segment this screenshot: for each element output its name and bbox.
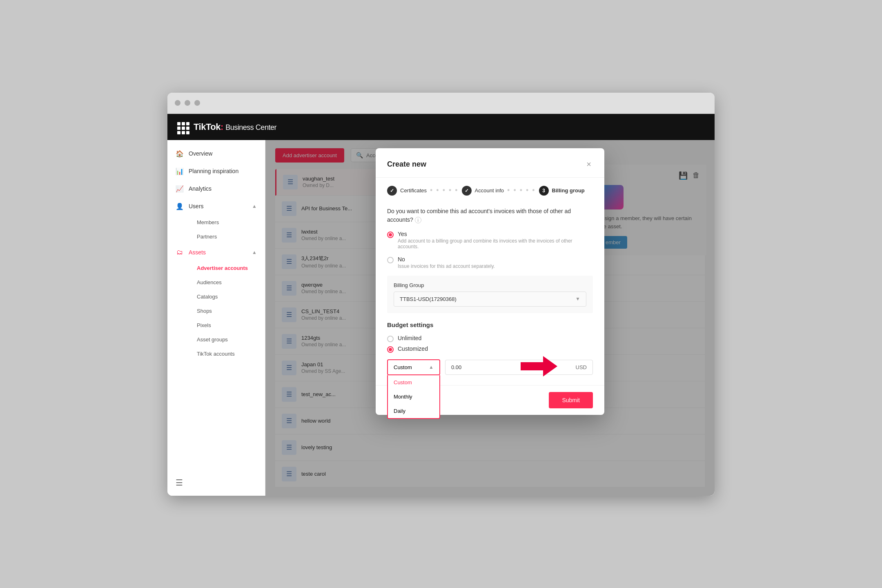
radio-option-unlimited[interactable]: Unlimited xyxy=(387,335,593,342)
chevron-up-icon: ▲ xyxy=(252,203,257,209)
sidebar-item-users[interactable]: 👤 Users ▲ xyxy=(167,198,265,215)
radio-no-content: No Issue invoices for this ad account se… xyxy=(398,256,495,269)
sidebar-item-audiences[interactable]: Audiences xyxy=(189,275,265,290)
browser-window: TikTok: Business Center 🏠 Overview 📊 Pla… xyxy=(167,93,715,496)
main-layout: 🏠 Overview 📊 Planning inspiration 📈 Anal… xyxy=(167,140,715,496)
users-submenu: Members Partners xyxy=(167,215,265,244)
sidebar-item-label: Users xyxy=(189,203,204,209)
sidebar-item-assets[interactable]: 🗂 Assets ▲ xyxy=(167,244,265,261)
radio-no-label: No xyxy=(398,256,495,263)
sidebar-item-members[interactable]: Members xyxy=(189,215,265,229)
sidebar-item-analytics[interactable]: 📈 Analytics xyxy=(167,180,265,198)
steps-indicator: Certificates • • • • • Account info • • … xyxy=(376,178,604,204)
radio-yes-label: Yes xyxy=(398,231,593,237)
info-icon[interactable]: i xyxy=(415,217,421,223)
submit-button[interactable]: Submit xyxy=(549,392,593,408)
step-circle-billing-group: 3 xyxy=(539,186,549,196)
radio-option-customized[interactable]: Customized xyxy=(387,345,593,353)
radio-yes-content: Yes Add account to a billing group and c… xyxy=(398,231,593,249)
sidebar-item-pixels[interactable]: Pixels xyxy=(189,318,265,332)
modal-close-button[interactable]: × xyxy=(585,158,593,171)
dropdown-item-custom[interactable]: Custom xyxy=(388,375,439,390)
billing-group-value: TTBS1-USD(17290368) xyxy=(400,296,457,302)
chevron-up-icon: ▲ xyxy=(429,364,434,370)
step-circle-certificates xyxy=(387,186,397,196)
logo-text: TikTok xyxy=(194,122,220,132)
sidebar-item-partners[interactable]: Partners xyxy=(189,229,265,244)
budget-section-title: Budget settings xyxy=(387,321,593,328)
radio-no-desc: Issue invoices for this ad account separ… xyxy=(398,263,495,269)
users-icon: 👤 xyxy=(176,203,184,210)
sidebar-item-catalogs[interactable]: Catalogs xyxy=(189,290,265,304)
apps-grid-icon[interactable] xyxy=(176,120,189,134)
chevron-up-icon: ▲ xyxy=(252,249,257,255)
sidebar-item-label: Assets xyxy=(189,249,206,256)
browser-dot-red xyxy=(175,100,180,106)
dropdown-item-daily[interactable]: Daily xyxy=(388,404,439,418)
collapse-icon: ☰ xyxy=(176,478,183,487)
budget-type-dropdown[interactable]: Custom ▲ Custom Monthly Daily xyxy=(387,359,440,375)
modal-overlay: Create new × Certificates • • • • • xyxy=(265,140,715,496)
sidebar-item-label: Overview xyxy=(189,150,212,157)
browser-dot-green xyxy=(194,100,200,106)
analytics-icon: 📈 xyxy=(176,185,184,193)
sidebar-item-planning[interactable]: 📊 Planning inspiration xyxy=(167,163,265,180)
assets-submenu: Advertiser accounts Audiences Catalogs S… xyxy=(167,261,265,361)
dropdown-menu: Custom Monthly Daily xyxy=(387,375,440,419)
step-label-billing-group: Billing group xyxy=(552,187,585,194)
dropdown-selected-value: Custom xyxy=(394,364,412,370)
browser-dot-yellow xyxy=(185,100,190,106)
dropdown-trigger[interactable]: Custom ▲ xyxy=(387,359,440,375)
budget-amount-value: 0.00 xyxy=(451,364,461,370)
budget-row: Custom ▲ Custom Monthly Daily xyxy=(387,359,593,375)
billing-group-select[interactable]: TTBS1-USD(17290368) ▼ xyxy=(394,292,586,307)
chevron-down-icon: ▼ xyxy=(575,296,580,302)
home-icon: 🏠 xyxy=(176,150,184,158)
app-header: TikTok: Business Center xyxy=(167,114,715,140)
step-certificates: Certificates xyxy=(387,186,427,196)
sidebar-item-label: Analytics xyxy=(189,185,212,192)
radio-unlimited-input[interactable] xyxy=(387,336,394,342)
modal-question: Do you want to combine this ad account's… xyxy=(387,207,593,224)
radio-no-input[interactable] xyxy=(387,257,394,263)
radio-group-combine: Yes Add account to a billing group and c… xyxy=(387,231,593,269)
radio-option-no[interactable]: No Issue invoices for this ad account se… xyxy=(387,256,593,269)
radio-yes-desc: Add account to a billing group and combi… xyxy=(398,238,593,249)
planning-icon: 📊 xyxy=(176,167,184,175)
sidebar-item-tiktok-accounts[interactable]: TikTok accounts xyxy=(189,347,265,361)
browser-titlebar xyxy=(167,93,715,114)
radio-yes-input[interactable] xyxy=(387,232,394,238)
logo-subtitle: Business Center xyxy=(225,123,276,131)
radio-customized-label: Customized xyxy=(398,345,428,352)
sidebar-item-advertiser-accounts[interactable]: Advertiser accounts xyxy=(189,261,265,275)
dropdown-item-monthly[interactable]: Monthly xyxy=(388,390,439,404)
modal-body: Do you want to combine this ad account's… xyxy=(376,204,604,385)
step-account-info: Account info xyxy=(462,186,504,196)
sidebar-item-label: Planning inspiration xyxy=(189,168,238,174)
sidebar: 🏠 Overview 📊 Planning inspiration 📈 Anal… xyxy=(167,140,265,496)
main-content: Add advertiser account 🔍 ☰ vaughan_test … xyxy=(265,140,715,496)
budget-amount-field[interactable]: 0.00 USD xyxy=(445,360,593,375)
radio-customized-input[interactable] xyxy=(387,346,394,353)
step-circle-account-info xyxy=(462,186,472,196)
step-label-certificates: Certificates xyxy=(400,187,427,194)
collapse-sidebar-btn[interactable]: ☰ xyxy=(176,478,183,488)
modal-title: Create new xyxy=(387,160,426,169)
sidebar-item-overview[interactable]: 🏠 Overview xyxy=(167,145,265,163)
budget-options: Unlimited Customized xyxy=(387,335,593,353)
app-logo: TikTok: Business Center xyxy=(194,122,276,132)
create-new-modal: Create new × Certificates • • • • • xyxy=(376,148,604,415)
arrow-svg xyxy=(521,356,557,376)
step-label-account-info: Account info xyxy=(475,187,504,194)
radio-unlimited-label: Unlimited xyxy=(398,335,421,341)
app-container: TikTok: Business Center 🏠 Overview 📊 Pla… xyxy=(167,114,715,496)
billing-group-section: Billing Group TTBS1-USD(17290368) ▼ xyxy=(387,276,593,313)
budget-section: Budget settings Unlimited Customized xyxy=(387,321,593,375)
arrow-annotation xyxy=(521,356,557,378)
sidebar-item-shops[interactable]: Shops xyxy=(189,304,265,318)
radio-option-yes[interactable]: Yes Add account to a billing group and c… xyxy=(387,231,593,249)
svg-marker-0 xyxy=(521,356,557,376)
sidebar-item-asset-groups[interactable]: Asset groups xyxy=(189,332,265,347)
logo-colon: : xyxy=(220,122,223,132)
budget-currency: USD xyxy=(576,364,587,370)
